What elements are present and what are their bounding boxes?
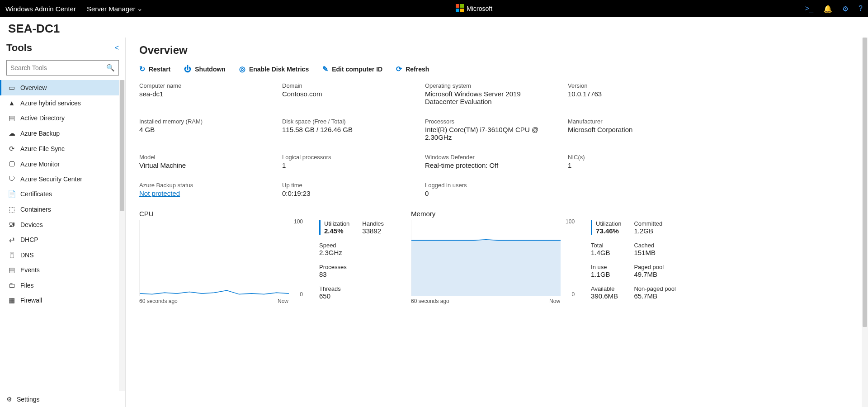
action-label: Shutdown — [195, 66, 226, 73]
notifications-icon[interactable]: 🔔 — [823, 5, 832, 13]
nav-label: Firewall — [20, 297, 42, 304]
fact-label: Logical processors — [282, 154, 409, 161]
stat-label: Total — [591, 242, 621, 249]
stat-value: 1.2GB — [634, 227, 676, 235]
sidebar-item-azure-security-center[interactable]: 🛡Azure Security Center — [0, 171, 125, 186]
stat-value: 151MB — [634, 249, 676, 256]
settings-icon[interactable]: ⚙ — [842, 5, 849, 13]
stat-value: 33892 — [362, 227, 384, 235]
page-title: Overview — [139, 44, 854, 57]
action-icon: ⏻ — [184, 65, 191, 73]
sidebar-item-devices[interactable]: 🖳Devices — [0, 217, 125, 232]
sidebar-item-dhcp[interactable]: ⇄DHCP — [0, 232, 125, 247]
fact-value: Real-time protection: Off — [425, 161, 552, 169]
sidebar-item-active-directory[interactable]: ▤Active Directory — [0, 110, 125, 126]
nav-label: Azure Security Center — [20, 175, 82, 183]
fact-model: ModelVirtual Machine — [139, 154, 266, 169]
cpu-ytick-top: 100 — [294, 218, 303, 225]
memory-chart-title: Memory — [411, 210, 676, 218]
tools-list: ▭Overview▲Azure hybrid services▤Active D… — [0, 80, 125, 391]
fact-domain: DomainContoso.com — [282, 82, 409, 105]
memory-stats: Utilization73.46%Committed1.2GBTotal1.4G… — [591, 220, 676, 304]
sidebar-item-firewall[interactable]: ▦Firewall — [0, 293, 125, 308]
tools-search-input[interactable] — [10, 64, 106, 71]
sidebar-item-azure-monitor[interactable]: 🖵Azure Monitor — [0, 156, 125, 171]
top-bar: Windows Admin Center Server Manager ⌄ Mi… — [0, 0, 868, 17]
fact-value[interactable]: Not protected — [139, 189, 266, 197]
shutdown-button[interactable]: ⏻Shutdown — [184, 65, 226, 73]
fact-value: Microsoft Windows Server 2019 Datacenter… — [425, 90, 552, 105]
context-dropdown[interactable]: Server Manager ⌄ — [87, 5, 143, 13]
stat-utilization: Utilization73.46% — [591, 220, 621, 235]
sidebar-item-azure-backup[interactable]: ☁Azure Backup — [0, 126, 125, 141]
sidebar-item-azure-file-sync[interactable]: ⟳Azure File Sync — [0, 141, 125, 156]
fact-label: Up time — [282, 182, 409, 189]
nav-label: Azure File Sync — [20, 145, 65, 152]
sidebar-title: Tools — [6, 42, 32, 54]
fact-processors: ProcessorsIntel(R) Core(TM) i7-3610QM CP… — [425, 118, 552, 141]
fact-value: Virtual Machine — [139, 161, 266, 169]
help-icon[interactable]: ? — [859, 5, 863, 13]
fact-value: sea-dc1 — [139, 90, 266, 98]
sidebar-item-files[interactable]: 🗀Files — [0, 278, 125, 293]
fact-label: Computer name — [139, 82, 266, 89]
sidebar-item-dns[interactable]: ⍞DNS — [0, 247, 125, 262]
nav-icon: ⇄ — [8, 236, 16, 244]
cloud-shell-icon[interactable]: >_ — [805, 5, 813, 13]
search-icon[interactable]: 🔍 — [106, 64, 115, 72]
restart-button[interactable]: ↻Restart — [139, 65, 170, 73]
fact-logged-in-users: Logged in users0 — [425, 182, 552, 197]
nav-label: Containers — [20, 206, 51, 213]
svg-rect-1 — [460, 4, 464, 8]
enable-disk-metrics-button[interactable]: ◎Enable Disk Metrics — [239, 65, 309, 73]
tools-search[interactable]: 🔍 — [6, 60, 119, 76]
nav-icon: ▦ — [8, 296, 16, 304]
sidebar-item-containers[interactable]: ⬚Containers — [0, 202, 125, 217]
fact-disk-space-free-total-: Disk space (Free / Total)115.58 GB / 126… — [282, 118, 409, 141]
sidebar-scrollbar[interactable] — [119, 80, 125, 391]
nav-icon: ▭ — [8, 84, 16, 92]
cpu-stats: Utilization2.45%Handles33892Speed2.3GHzP… — [319, 220, 384, 304]
sidebar-item-azure-hybrid-services[interactable]: ▲Azure hybrid services — [0, 95, 125, 110]
fact-installed-memory-ram-: Installed memory (RAM)4 GB — [139, 118, 266, 141]
stat-paged-pool: Paged pool49.7MB — [634, 264, 676, 278]
edit-computer-id-button[interactable]: ✎Edit computer ID — [322, 65, 382, 73]
app-title[interactable]: Windows Admin Center — [5, 5, 76, 13]
fact-value: 10.0.17763 — [568, 90, 694, 98]
fact-label: Logged in users — [425, 182, 552, 189]
mem-xlabel-right: Now — [549, 298, 560, 304]
sidebar-item-overview[interactable]: ▭Overview — [0, 80, 125, 95]
fact-label: Azure Backup status — [139, 182, 266, 189]
stat-label: Cached — [634, 242, 676, 249]
fact-value: 0:0:19:23 — [282, 189, 409, 197]
microsoft-logo-icon — [456, 4, 464, 14]
main-content: Overview ↻Restart⏻Shutdown◎Enable Disk M… — [126, 38, 868, 407]
stat-label: Threads — [319, 285, 349, 292]
fact-value: Intel(R) Core(TM) i7-3610QM CPU @ 2.30GH… — [425, 126, 552, 141]
stat-value: 73.46% — [596, 227, 621, 235]
nav-label: DNS — [20, 251, 34, 259]
stat-speed: Speed2.3GHz — [319, 242, 349, 256]
svg-rect-2 — [456, 9, 459, 12]
fact-label: Model — [139, 154, 266, 161]
stat-cached: Cached151MB — [634, 242, 676, 256]
stat-label: Utilization — [324, 220, 349, 227]
action-icon: ⟳ — [396, 65, 402, 73]
sidebar-settings[interactable]: ⚙ Settings — [0, 391, 125, 407]
sidebar-settings-label: Settings — [17, 396, 40, 403]
fact-label: Version — [568, 82, 694, 89]
fact-value: Contoso.com — [282, 90, 409, 98]
nav-icon: 🖳 — [8, 221, 16, 228]
sidebar-item-events[interactable]: ▤Events — [0, 262, 125, 278]
cpu-chart: 100 0 — [139, 220, 288, 296]
nav-icon: ▤ — [8, 266, 16, 274]
stat-label: Processes — [319, 264, 349, 270]
cpu-xlabel-right: Now — [278, 298, 288, 304]
sidebar-item-certificates[interactable]: 📄Certificates — [0, 186, 125, 202]
refresh-button[interactable]: ⟳Refresh — [396, 65, 429, 73]
collapse-sidebar-icon[interactable]: < — [115, 44, 119, 52]
main-scrollbar[interactable] — [862, 38, 868, 407]
nav-label: Certificates — [20, 190, 52, 198]
fact-value: 115.58 GB / 126.46 GB — [282, 126, 409, 133]
fact-manufacturer: ManufacturerMicrosoft Corporation — [568, 118, 694, 141]
